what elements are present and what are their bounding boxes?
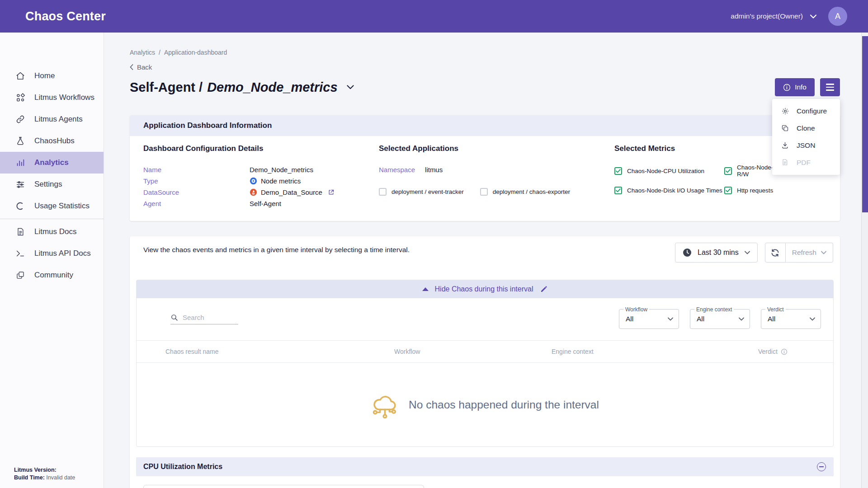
workflow-filter-select[interactable]: Workflow All <box>619 309 679 329</box>
workflow-filter-value: All <box>626 315 633 323</box>
sidebar-item-home[interactable]: Home <box>0 65 104 87</box>
breadcrumb-application-dashboard[interactable]: Application-dashboard <box>164 49 227 56</box>
sidebar-item-settings[interactable]: Settings <box>0 174 104 195</box>
checkbox-event-tracker[interactable]: deployment / event-tracker <box>379 188 464 196</box>
sidebar-item-usage-statistics[interactable]: Usage Statistics <box>0 195 104 217</box>
collapse-arrow-icon <box>422 287 429 291</box>
checkbox-cpu-utilization[interactable]: Chaos-Node-CPU Utilization <box>614 164 724 178</box>
search-input[interactable] <box>183 314 232 321</box>
sidebar-item-label: Home <box>34 71 55 80</box>
external-link-icon[interactable] <box>328 189 335 196</box>
sidebar-item-litmus-workflows[interactable]: Litmus Workflows <box>0 87 104 108</box>
config-label-name: Name <box>143 166 250 174</box>
selected-applications-section: Selected Applications Namespace litmus d… <box>379 144 614 209</box>
hamburger-icon <box>826 84 834 90</box>
column-verdict: Verdict <box>758 348 788 355</box>
project-selector[interactable]: admin's project(Owner) <box>731 12 803 20</box>
sidebar-item-label: Analytics <box>34 158 69 167</box>
menu-item-json[interactable]: JSON <box>772 137 840 154</box>
scrollbar-track[interactable] <box>861 33 868 488</box>
cpu-metrics-title: CPU Utilization Metrics <box>143 463 222 471</box>
breadcrumb-analytics[interactable]: Analytics <box>130 49 155 56</box>
menu-item-label: Clone <box>797 124 815 132</box>
analytics-icon <box>15 157 26 168</box>
checkbox-checked-icon <box>724 167 732 175</box>
refresh-button[interactable]: Refresh <box>786 243 833 263</box>
sidebar-item-litmus-docs[interactable]: Litmus Docs <box>0 221 104 243</box>
chaos-interval-panel: Hide Chaos during this interval Workflow… <box>136 280 834 447</box>
checkbox-chaos-exporter[interactable]: deployment / chaos-exporter <box>480 188 570 196</box>
scrollbar-thumb[interactable] <box>862 36 868 212</box>
agents-icon <box>15 114 26 125</box>
hide-chaos-toggle[interactable]: Hide Chaos during this interval <box>137 280 833 298</box>
build-time-label: Build Time: <box>14 474 45 481</box>
empty-state-message: No chaos happened during the interval <box>409 399 599 411</box>
title-chevron-down-icon[interactable] <box>347 85 354 89</box>
prometheus-icon <box>250 188 257 196</box>
sidebar-item-chaoshubs[interactable]: ChaosHubs <box>0 130 104 152</box>
config-label-type: Type <box>143 177 250 185</box>
community-icon <box>15 270 26 281</box>
sidebar-item-label: Litmus Docs <box>34 227 77 236</box>
chaoshubs-icon <box>15 136 26 146</box>
chevron-left-icon <box>130 64 133 70</box>
search-field <box>170 314 238 324</box>
gear-icon <box>781 107 789 115</box>
avatar[interactable]: A <box>828 7 847 26</box>
sidebar-item-litmus-agents[interactable]: Litmus Agents <box>0 108 104 130</box>
clock-icon <box>683 248 692 257</box>
dashboard-menu-button[interactable] <box>820 78 840 96</box>
checkbox-checked-icon <box>614 167 622 175</box>
sync-button[interactable] <box>765 243 786 263</box>
dashboard-config-section: Dashboard Configuration Details Name Dem… <box>143 144 379 209</box>
engine-context-filter-value: All <box>697 315 704 323</box>
checkbox-checked-icon <box>724 187 732 194</box>
sidebar-item-analytics[interactable]: Analytics <box>0 152 104 174</box>
menu-item-clone[interactable]: Clone <box>772 120 840 137</box>
sidebar-item-label: Litmus Agents <box>34 115 83 124</box>
verdict-filter-value: All <box>768 315 775 323</box>
home-icon <box>15 70 26 81</box>
verdict-filter-select[interactable]: Verdict All <box>761 309 821 329</box>
checkbox-http-requests[interactable]: Http requests <box>724 187 826 194</box>
refresh-label: Refresh <box>792 249 816 257</box>
breadcrumb-separator: / <box>159 49 160 56</box>
hide-chaos-label: Hide Chaos during this interval <box>435 285 533 293</box>
engine-context-filter-label: Engine context <box>694 306 734 313</box>
verdict-info-icon[interactable] <box>781 348 788 355</box>
info-button[interactable]: Info <box>775 78 815 96</box>
interval-description: View the chaos events and metrics in a g… <box>143 243 442 254</box>
chevron-down-icon[interactable] <box>810 14 816 19</box>
column-workflow: Workflow <box>394 348 552 355</box>
sidebar-item-litmus-api-docs[interactable]: Litmus API Docs <box>0 243 104 264</box>
menu-item-pdf[interactable]: PDF <box>772 154 840 171</box>
empty-state: No chaos happened during the interval <box>137 363 833 446</box>
checkbox-icon <box>480 188 488 196</box>
litmus-version-label: Litmus Version: <box>14 467 57 473</box>
namespace-label: Namespace <box>379 166 415 174</box>
back-button[interactable]: Back <box>130 63 840 71</box>
clone-icon <box>781 124 789 132</box>
config-value-agent: Self-Agent <box>250 200 379 207</box>
checkbox-disk-io-times[interactable]: Chaos-Node-Disk I/O Usage Times <box>614 187 724 194</box>
menu-item-configure[interactable]: Configure <box>772 103 840 120</box>
collapse-minus-icon[interactable] <box>817 462 826 471</box>
sidebar-item-label: Settings <box>34 180 62 189</box>
sidebar-footer: Litmus Version: Build Time: Invalid date <box>14 466 75 482</box>
edit-pencil-icon[interactable] <box>540 286 547 293</box>
verdict-filter-label: Verdict <box>765 306 786 313</box>
chevron-down-icon <box>745 251 750 254</box>
sidebar-item-label: Usage Statistics <box>34 202 90 211</box>
file-icon <box>781 159 789 167</box>
sidebar-item-community[interactable]: Community <box>0 264 104 286</box>
title-dashboard-name: Demo_Node_metrics <box>207 80 338 95</box>
engine-context-filter-select[interactable]: Engine context All <box>690 309 750 329</box>
workflows-icon <box>15 92 26 103</box>
menu-item-label: Configure <box>797 107 827 115</box>
download-icon <box>781 141 789 150</box>
cpu-chart-container <box>143 485 424 488</box>
chevron-down-icon <box>739 317 744 321</box>
time-range-select[interactable]: Last 30 mins <box>675 243 758 263</box>
interval-card: View the chaos events and metrics in a g… <box>130 236 840 488</box>
cloud-circuit-icon <box>371 391 401 418</box>
